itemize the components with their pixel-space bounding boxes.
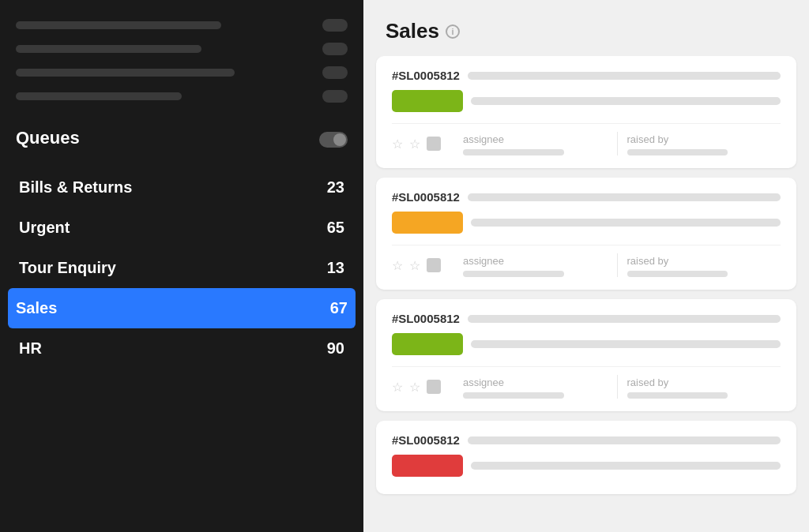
- sidebar-menu-list: Bills & Returns 23 Urgent 65 Tour Enquir…: [16, 167, 348, 369]
- sidebar-item-count: 23: [327, 178, 344, 197]
- star-filled-icon[interactable]: ☆: [392, 258, 403, 273]
- checkbox[interactable]: [427, 380, 441, 394]
- status-badge-green: [392, 90, 463, 112]
- card-top: #SL0005812: [392, 433, 781, 447]
- info-icon[interactable]: i: [446, 24, 460, 39]
- sidebar-item-label: HR: [19, 339, 42, 358]
- assignee-label: assignee: [463, 377, 504, 388]
- assignee-field: assignee: [453, 253, 618, 277]
- sidebar-item-count: 67: [330, 299, 348, 317]
- card-bottom: ☆ ☆ assignee raised by: [392, 245, 781, 277]
- nav-badge: [322, 43, 348, 55]
- raised-by-value-bar: [627, 149, 728, 155]
- assignee-value-bar: [463, 271, 564, 277]
- card-desc-bar: [471, 462, 781, 470]
- card-bottom: ☆ ☆ assignee raised by: [392, 366, 781, 399]
- ticket-card-3: #SL0005812 ☆ ☆ assignee raised by: [376, 299, 796, 411]
- status-badge-red: [392, 455, 463, 477]
- nav-badge: [322, 90, 348, 103]
- card-id: #SL0005812: [392, 433, 460, 447]
- sidebar-item-count: 90: [327, 339, 344, 358]
- assignee-value-bar: [463, 392, 564, 399]
- raised-by-label: raised by: [627, 377, 669, 388]
- card-top: #SL0005812: [392, 69, 781, 82]
- nav-bar: [16, 45, 201, 53]
- assignee-label: assignee: [463, 133, 504, 145]
- card-middle: [392, 333, 781, 355]
- card-middle: [392, 212, 781, 234]
- assignee-field: assignee: [453, 375, 618, 399]
- raised-by-field: raised by: [618, 132, 781, 155]
- nav-bar: [16, 21, 221, 29]
- card-desc-bar: [471, 340, 781, 348]
- queues-toggle[interactable]: [319, 132, 348, 148]
- sidebar: Queues Bills & Returns 23 Urgent 65 Tour…: [0, 0, 363, 532]
- checkbox[interactable]: [427, 258, 441, 272]
- raised-by-field: raised by: [618, 375, 781, 399]
- card-bottom-fields: assignee raised by: [453, 375, 781, 399]
- card-bottom: ☆ ☆ assignee raised by: [392, 123, 781, 155]
- star-empty-icon[interactable]: ☆: [409, 258, 420, 273]
- page-title: Sales: [386, 19, 439, 43]
- raised-by-field: raised by: [618, 253, 781, 277]
- nav-row-1: [16, 19, 348, 32]
- nav-row-2: [16, 43, 348, 55]
- sidebar-item-hr[interactable]: HR 90: [16, 328, 348, 369]
- card-top: #SL0005812: [392, 190, 781, 204]
- nav-bar: [16, 69, 235, 77]
- ticket-card-2: #SL0005812 ☆ ☆ assignee raised by: [376, 178, 796, 290]
- cards-container: #SL0005812 ☆ ☆ assignee raised by: [363, 56, 809, 532]
- main-content: Sales i #SL0005812 ☆ ☆ assignee: [363, 0, 809, 532]
- star-filled-icon[interactable]: ☆: [392, 380, 403, 395]
- raised-by-label: raised by: [627, 133, 669, 145]
- card-title-bar: [468, 315, 781, 323]
- sidebar-item-count: 65: [327, 219, 344, 237]
- checkbox[interactable]: [427, 137, 441, 151]
- sidebar-item-label: Bills & Returns: [19, 178, 132, 197]
- card-middle: [392, 455, 781, 477]
- sidebar-item-label: Sales: [16, 299, 57, 317]
- card-desc-bar: [471, 219, 781, 227]
- card-middle: [392, 90, 781, 112]
- status-badge-orange: [392, 212, 463, 234]
- card-id: #SL0005812: [392, 69, 460, 82]
- ticket-card-4: #SL0005812: [376, 421, 796, 494]
- queues-row: Queues: [16, 128, 348, 152]
- status-badge-green: [392, 333, 463, 355]
- sidebar-item-bills-returns[interactable]: Bills & Returns 23: [16, 167, 348, 208]
- star-empty-icon[interactable]: ☆: [409, 380, 420, 395]
- star-filled-icon[interactable]: ☆: [392, 137, 403, 152]
- raised-by-label: raised by: [627, 255, 669, 267]
- sidebar-item-label: Tour Enquiry: [19, 259, 116, 277]
- card-id: #SL0005812: [392, 190, 460, 204]
- sidebar-item-label: Urgent: [19, 219, 70, 237]
- card-id: #SL0005812: [392, 312, 460, 325]
- info-icon-label: i: [451, 27, 453, 36]
- star-empty-icon[interactable]: ☆: [409, 137, 420, 152]
- assignee-label: assignee: [463, 255, 504, 267]
- sidebar-nav-items: [16, 19, 348, 103]
- sidebar-item-tour-enquiry[interactable]: Tour Enquiry 13: [16, 248, 348, 288]
- assignee-field: assignee: [453, 132, 618, 155]
- card-bottom-fields: assignee raised by: [453, 132, 781, 155]
- sidebar-item-sales[interactable]: Sales 67: [8, 288, 356, 328]
- card-desc-bar: [471, 97, 781, 105]
- card-title-bar: [468, 193, 781, 201]
- ticket-card-1: #SL0005812 ☆ ☆ assignee raised by: [376, 56, 796, 168]
- nav-row-4: [16, 90, 348, 103]
- card-title-bar: [468, 436, 781, 444]
- raised-by-value-bar: [627, 271, 728, 277]
- main-header: Sales i: [363, 0, 809, 56]
- queues-title: Queues: [16, 128, 80, 148]
- card-bottom-fields: assignee raised by: [453, 253, 781, 277]
- assignee-value-bar: [463, 149, 564, 155]
- sidebar-item-count: 13: [327, 259, 344, 277]
- card-top: #SL0005812: [392, 312, 781, 325]
- sidebar-item-urgent[interactable]: Urgent 65: [16, 208, 348, 248]
- nav-badge: [322, 19, 348, 32]
- nav-badge: [322, 66, 348, 79]
- card-title-bar: [468, 72, 781, 80]
- raised-by-value-bar: [627, 392, 728, 399]
- nav-row-3: [16, 66, 348, 79]
- nav-bar: [16, 92, 182, 100]
